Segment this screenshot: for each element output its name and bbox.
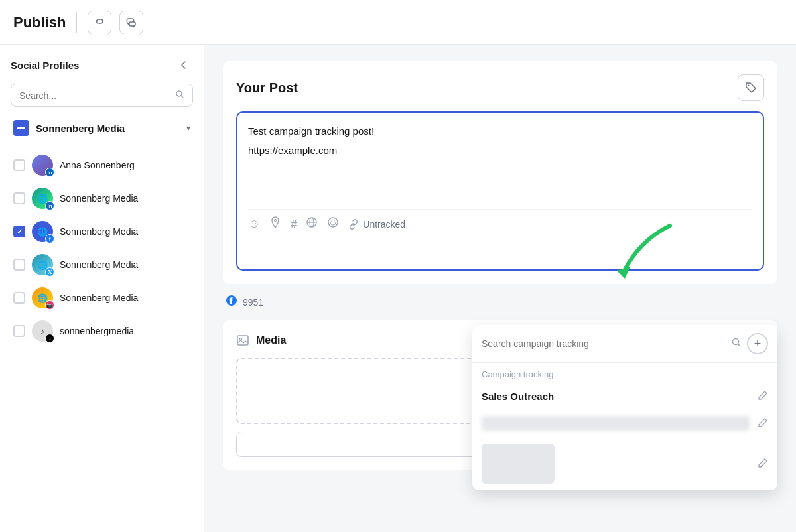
profile-search-input[interactable] [19,90,170,101]
avatar: 🌐 in [32,188,53,209]
campaign-edit-icon-2[interactable] [758,417,768,430]
sidebar: Social Profiles Sonnenberg Media ▾ [0,45,204,532]
org-icon [13,120,29,136]
svg-point-5 [275,220,277,222]
profile-name: Sonnenberg Media [60,193,190,204]
app-layout: Social Profiles Sonnenberg Media ▾ [0,45,796,532]
svg-rect-10 [237,336,248,345]
list-item[interactable]: 🌐 in Sonnenberg Media [11,182,193,214]
campaign-tracking-dropdown: + Campaign tracking Sales Outreach [472,325,777,490]
untracked-button[interactable]: Untracked [348,219,405,230]
avatar: 🌐 𝕏 [32,254,53,275]
post-toolbar: ☺ # [248,209,752,232]
post-title: Your Post [236,80,298,96]
your-post-section: Your Post Test campaign tracking post! h… [223,61,777,284]
profile-checkbox-1[interactable] [13,159,25,171]
svg-point-8 [328,218,338,227]
location-icon[interactable] [269,216,281,232]
avatar: ♪ ♪ [32,320,53,342]
campaign-section-label: Campaign tracking [472,363,777,383]
platform-badge: ♪ [45,334,54,343]
campaign-edit-icon-3[interactable] [758,458,768,470]
list-item[interactable]: ♪ ♪ sonnenbergmedia [11,315,193,347]
chevron-down-icon: ▾ [186,123,190,133]
comments-button[interactable] [119,11,143,34]
profile-checkbox-5[interactable] [13,292,25,304]
campaign-item-name: Sales Outreach [482,391,554,402]
profile-checkbox-3[interactable] [13,226,25,237]
org-icon-bar [17,127,25,129]
list-item[interactable]: 🌐 f Sonnenberg Media [11,216,193,247]
profile-search-box[interactable] [11,84,193,107]
profile-name: Sonnenberg Media [60,226,190,237]
platform-badge: in [45,168,54,177]
post-header: Your Post [236,74,764,101]
platform-badge: 📷 [45,300,54,310]
header-divider [76,12,77,33]
undo-icon [94,17,105,28]
sidebar-title: Social Profiles [11,60,79,71]
svg-point-2 [176,91,182,96]
avatar: in [32,155,53,176]
campaign-item-sales-outreach[interactable]: Sales Outreach [472,383,777,409]
globe-icon[interactable] [306,216,318,232]
tag-icon [744,81,758,94]
emoji-icon[interactable]: ☺ [248,217,260,231]
org-row[interactable]: Sonnenberg Media ▾ [11,116,193,140]
svg-marker-4 [617,267,630,279]
svg-point-12 [733,339,739,345]
mention-icon[interactable] [327,216,339,232]
platform-badge: in [45,201,54,210]
campaign-add-button[interactable]: + [747,333,768,354]
profile-name: Sonnenberg Media [60,293,190,303]
facebook-count: 9951 [243,297,263,308]
facebook-count-row: 9951 [223,295,777,310]
link-icon [348,219,359,230]
svg-point-3 [748,85,750,86]
facebook-icon [226,295,237,310]
post-editor[interactable]: Test campaign tracking post! https://exa… [236,111,764,271]
sidebar-header: Social Profiles [11,56,193,74]
untracked-label: Untracked [363,219,405,230]
chevron-left-icon [179,60,188,70]
profile-name: sonnenbergmedia [60,326,190,336]
app-header: Publish [0,0,796,45]
campaign-edit-icon[interactable] [758,390,768,403]
main-content: Your Post Test campaign tracking post! h… [204,45,796,532]
list-item[interactable]: in Anna Sonnenberg [11,149,193,181]
campaign-add-label: + [754,337,762,351]
list-item[interactable]: 🌐 𝕏 Sonnenberg Media [11,249,193,281]
media-title: Media [256,334,286,346]
profile-checkbox-6[interactable] [13,325,25,337]
campaign-search-input[interactable] [482,338,726,349]
svg-rect-1 [129,22,135,26]
avatar: 🌐 📷 [32,287,53,308]
search-icon [175,90,184,101]
post-text-line1: Test campaign tracking post! [248,123,752,139]
app-title: Publish [13,14,66,31]
profile-checkbox-4[interactable] [13,259,25,271]
campaign-search-icon [731,337,742,350]
campaign-item-blurred-2[interactable] [472,437,777,490]
sidebar-collapse-button[interactable] [174,56,193,74]
svg-point-11 [240,338,242,340]
tag-button[interactable] [738,74,764,101]
platform-badge: f [45,234,54,243]
org-name: Sonnenberg Media [36,123,180,134]
profile-name: Anna Sonnenberg [60,160,190,170]
platform-badge: 𝕏 [45,267,54,277]
media-icon [236,334,249,347]
avatar: 🌐 f [32,221,53,242]
profile-checkbox-2[interactable] [13,192,25,204]
hashtag-icon[interactable]: # [291,218,297,230]
profile-name: Sonnenberg Media [60,259,190,270]
list-item[interactable]: 🌐 📷 Sonnenberg Media [11,282,193,314]
undo-button[interactable] [88,11,111,34]
campaign-item-blurred-1[interactable] [472,409,777,437]
comments-icon [126,17,137,28]
post-text-line2: https://example.com [248,145,752,156]
profile-list: in Anna Sonnenberg 🌐 in Sonnenberg Media… [11,149,193,347]
campaign-search-row: + [472,325,777,363]
